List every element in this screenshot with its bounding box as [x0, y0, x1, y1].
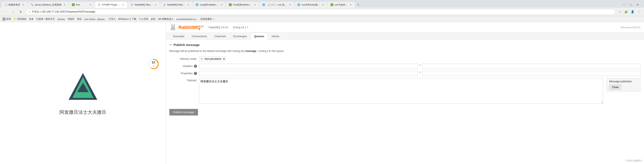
properties-help-icon[interactable]: ?	[194, 72, 197, 75]
publish-section-title: Publish message	[174, 43, 200, 46]
tab-favicon-vue5: 🟩	[330, 3, 333, 6]
tab-channels[interactable]: Channels	[210, 33, 230, 40]
tab-admin[interactable]: Admin	[268, 33, 283, 40]
rabbitmq-logo-icon: 🐰	[169, 24, 177, 31]
properties-key-input[interactable]	[199, 71, 418, 76]
publish-description: Message will be published to the default…	[169, 49, 640, 53]
cpu-unit: %	[153, 65, 154, 67]
payload-row: Payload: 阿发撒旦法士大夫撒旦 Message published. C…	[169, 78, 640, 104]
bookmark-gerenkj[interactable]: 个人空间	[139, 18, 148, 21]
tab-close-newtab[interactable]: ✕	[22, 3, 25, 6]
tab-stomp[interactable]: 🐰 STOMP Plugin … ✕	[95, 2, 128, 8]
maximize-button[interactable]: □	[628, 2, 634, 8]
tab-vue1[interactable]: 🌐 vue监听rabbitm… ✕	[193, 2, 226, 8]
headers-help-icon[interactable]: ?	[194, 65, 197, 68]
tab-queues[interactable]: Queues	[250, 33, 268, 40]
bookmark-ar[interactable]: AR-和数机器人	[158, 18, 174, 21]
tab-favicon-vue2: 🟩	[229, 3, 232, 6]
new-tab-button[interactable]: +	[356, 2, 361, 8]
profile-icon[interactable]: 👤	[630, 9, 635, 14]
tab-label-newtab: 新建标签页	[8, 3, 20, 6]
content-area: ▼ Publish message Message will be publis…	[166, 40, 644, 164]
forward-button[interactable]: →	[10, 9, 16, 15]
tab-exchanges[interactable]: Exchanges	[230, 33, 250, 40]
tab-bar: ⬜ 新建标签页 ✕ 🔍 stomp rabbitmq_百度搜索 ✕ 🟩 fron…	[0, 0, 644, 8]
tab-close-vue4[interactable]: ✕	[321, 3, 325, 6]
extensions-icon[interactable]: 🧩	[624, 9, 629, 14]
headers-key-input[interactable]	[199, 64, 418, 69]
back-button[interactable]: ←	[2, 9, 8, 15]
tab-overview[interactable]: Overview	[169, 33, 188, 40]
bookmark-livedemo[interactable]: Live Demo - jQuery...	[84, 18, 106, 20]
properties-label: Properties: ?	[169, 72, 199, 75]
tab-rabbitmq2[interactable]: 🐰 RabbitMQ Man… ✕	[160, 2, 192, 8]
tab-favicon-vue3: 🌐	[262, 3, 265, 6]
section-toggle[interactable]: ▼	[169, 44, 172, 46]
publish-section-header: ▼ Publish message	[169, 43, 640, 46]
bookmark-more[interactable]: 其他收藏夹 »	[200, 18, 214, 21]
tab-newtab[interactable]: ⬜ 新建标签页 ✕	[2, 2, 28, 8]
cpu-value: 57	[152, 61, 155, 64]
rabbitmq-header: 🐰 RabbitMQTM RabbitMQ 3.9.10 Erlang 24.1…	[166, 22, 644, 33]
tab-close-vue5[interactable]: ✕	[349, 3, 352, 6]
tab-vue3[interactable]: 🌐 （二十二）vue 监… ✕	[260, 2, 294, 8]
bookmark-apps[interactable]: 🔲 应用	[2, 18, 11, 21]
tab-favicon-vue4: 🌐	[297, 3, 300, 6]
publish-message-button[interactable]: Publish message	[169, 109, 198, 116]
bookmarks-bar: 🔲 应用 📁 实时阅读 登录 它值得一看的天天 service 书签栏 考试 L…	[0, 16, 644, 22]
tab-close-rabbitmq1[interactable]: ✕	[154, 3, 158, 6]
tab-favicon-fron: 🟩	[72, 3, 75, 6]
tab-connections[interactable]: Connections	[188, 33, 210, 40]
tab-favicon-newtab: ⬜	[4, 3, 7, 6]
tab-label-vue1: vue监听rabbitm…	[200, 3, 218, 6]
properties-value-input[interactable]	[422, 71, 641, 76]
payload-label: Payload:	[169, 78, 199, 82]
tab-label-vue5: vue中如何…	[334, 3, 348, 6]
tab-rabbitmq1[interactable]: 🐰 RabbitMQ Man… ✕	[128, 2, 160, 8]
minimize-button[interactable]: ─	[621, 2, 627, 8]
security-icon: ⚠	[28, 10, 30, 13]
tab-vue5[interactable]: 🟩 vue中如何… ✕	[328, 2, 355, 8]
tab-vue4[interactable]: 🌐 vue关闭eslint提… ✕	[294, 2, 327, 8]
bookmark-icon[interactable]: ☆	[617, 9, 622, 14]
bookmark-denglu[interactable]: 登录	[29, 18, 34, 21]
tab-fron[interactable]: 🟩 fron ✕	[69, 2, 95, 8]
close-window-button[interactable]: ✕	[635, 2, 640, 8]
close-button[interactable]: Close	[609, 85, 622, 90]
headers-label: Headers: ?	[169, 65, 199, 68]
bookmark-yidaoru[interactable]: 已导入	[109, 18, 116, 21]
tab-vue2[interactable]: 🟩 Vue使用rabbitm… ✕	[226, 2, 259, 8]
tab-close-fron[interactable]: ✕	[89, 3, 92, 6]
properties-control: =	[199, 71, 640, 76]
tab-close-vue3[interactable]: ✕	[288, 3, 292, 6]
main-area: 阿发撒旦法士大夫撒旦 57 % 🐰 RabbitMQTM RabbitMQ 3.…	[0, 22, 644, 164]
tab-close-vue1[interactable]: ✕	[220, 3, 223, 6]
headers-value-input[interactable]	[422, 64, 641, 69]
bookmark-win11[interactable]: Windows 11 下载	[118, 18, 136, 21]
address-text: 不安全 | 192.168.77.130:15672/#/queues/%2F/…	[32, 10, 95, 14]
bookmark-tiantianzhanshi[interactable]: 它值得一看的天天	[36, 18, 55, 21]
tab-close-stomp[interactable]: ✕	[122, 3, 125, 6]
delivery-mode-select[interactable]: 1 - Non-persistent2 - Persistent	[199, 56, 226, 62]
reload-button[interactable]: ↻	[18, 9, 24, 15]
payload-textarea[interactable]: 阿发撒旦法士大夫撒旦	[199, 78, 603, 104]
bookmark-kaoshi[interactable]: 考试	[77, 18, 82, 21]
tab-baidu[interactable]: 🔍 stomp rabbitmq_百度搜索 ✕	[28, 2, 69, 8]
headers-row: Headers: ? =	[169, 64, 640, 69]
tab-label-vue3: （二十二）vue 监…	[266, 3, 287, 6]
bookmark-shucang[interactable]: 📁 实时阅读	[14, 18, 26, 21]
delivery-mode-control: 1 - Non-persistent2 - Persistent	[199, 56, 640, 62]
tab-close-baidu[interactable]: ✕	[63, 3, 66, 6]
bookmark-service[interactable]: service	[58, 18, 65, 20]
vue-logo	[64, 71, 102, 105]
tab-close-vue2[interactable]: ✕	[253, 3, 256, 6]
bookmark-bici[interactable]: 必应	[151, 18, 156, 21]
tab-label-rabbitmq2: RabbitMQ Man…	[167, 4, 185, 6]
tab-close-rabbitmq2[interactable]: ✕	[186, 3, 190, 6]
bookmark-srcviews[interactable]: src/views/Home.vu...	[176, 18, 198, 20]
bookmark-bookmarks[interactable]: 书签栏	[68, 18, 74, 21]
nav-tabs: Overview Connections Channels Exchanges …	[166, 33, 644, 40]
tab-label-vue2: Vue使用rabbitm…	[233, 3, 252, 6]
settings-icon[interactable]: ⋮	[636, 9, 642, 14]
address-bar[interactable]: ⚠ 不安全 | 192.168.77.130:15672/#/queues/%2…	[26, 9, 616, 15]
